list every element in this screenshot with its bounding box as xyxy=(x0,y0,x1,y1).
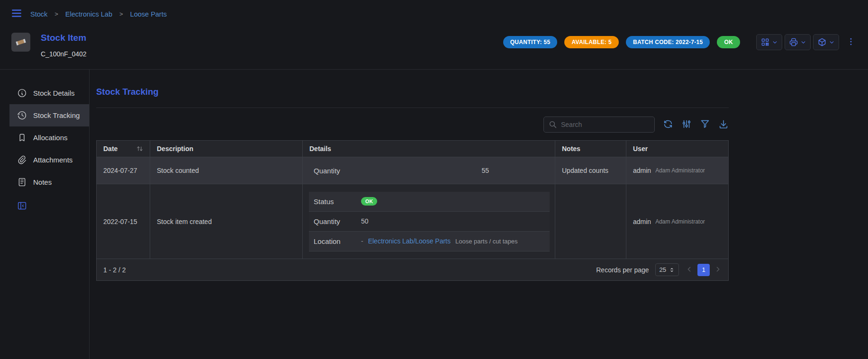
table-row: 2024-07-27 Stock counted Quantity 55 xyxy=(97,157,728,184)
filter-button[interactable] xyxy=(700,119,710,131)
status-ok-badge: OK xyxy=(717,36,740,48)
status-ok-badge: OK xyxy=(361,197,377,206)
barcode-actions-button[interactable] xyxy=(756,34,782,50)
user-fullname: Adam Administrator xyxy=(655,218,705,225)
title-block: Stock Item C_100nF_0402 xyxy=(41,33,87,58)
chevron-down-icon xyxy=(800,39,806,45)
header-actions xyxy=(756,34,857,50)
column-header-description[interactable]: Description xyxy=(150,141,303,157)
breadcrumb: Stock > Electronics Lab > Loose Parts xyxy=(30,10,167,18)
download-button[interactable] xyxy=(718,119,729,131)
sidebar-item-label: Attachments xyxy=(33,156,72,164)
refresh-button[interactable] xyxy=(663,119,673,131)
notes-cell: Updated counts xyxy=(555,157,626,184)
hamburger-menu-button[interactable] xyxy=(10,7,23,21)
records-per-page-select[interactable]: 25 xyxy=(655,263,679,276)
details-cell: Quantity 55 xyxy=(303,157,555,184)
notes-cell xyxy=(555,184,626,259)
qrcode-icon xyxy=(760,37,770,47)
detail-label: Status xyxy=(314,197,361,206)
record-range: 1 - 2 / 2 xyxy=(103,266,126,274)
sidebar-item-label: Allocations xyxy=(33,134,68,142)
paperclip-icon xyxy=(17,155,27,165)
page-header: Stock Item C_100nF_0402 QUANTITY: 55 AVA… xyxy=(0,27,868,69)
sidebar-item-attachments[interactable]: Attachments xyxy=(9,149,89,171)
sidebar: Stock Details Stock Tracking Allocations… xyxy=(0,70,89,359)
table-toolbar xyxy=(96,117,729,133)
stock-tracking-table: Date Description Details Notes xyxy=(96,140,729,281)
next-page-button[interactable] xyxy=(714,265,722,275)
main-panel: Stock Tracking xyxy=(90,70,868,359)
detail-label: Quantity xyxy=(314,167,366,175)
table-settings-button[interactable] xyxy=(681,119,692,131)
dots-vertical-icon xyxy=(846,37,856,46)
details-sub-table: Status OK Quantity 50 Location - xyxy=(309,192,550,251)
location-link[interactable]: Electronics Lab/Loose Parts xyxy=(368,237,451,245)
detail-label: Location xyxy=(314,237,361,245)
username: admin xyxy=(633,167,651,174)
capacitor-image xyxy=(15,36,27,48)
previous-page-button[interactable] xyxy=(685,265,693,275)
sidebar-item-label: Notes xyxy=(33,178,52,186)
page-number-button[interactable]: 1 xyxy=(697,264,710,276)
part-name: C_100nF_0402 xyxy=(41,50,87,58)
records-per-page-label: Records per page xyxy=(596,266,649,274)
selector-icon xyxy=(669,267,675,273)
stock-operations-button[interactable] xyxy=(813,34,839,50)
filter-icon xyxy=(700,119,710,129)
table-footer: 1 - 2 / 2 Records per page 25 xyxy=(97,259,728,280)
panel-heading: Stock Tracking xyxy=(96,87,729,97)
column-header-user[interactable]: User xyxy=(626,141,729,157)
column-header-notes[interactable]: Notes xyxy=(555,141,626,157)
status-badges: QUANTITY: 55 AVAILABLE: 5 BATCH CODE: 20… xyxy=(503,36,740,48)
column-header-date[interactable]: Date xyxy=(97,141,150,157)
user-cell: admin Adam Administrator xyxy=(626,157,729,184)
part-thumbnail[interactable] xyxy=(11,33,30,52)
header-right: QUANTITY: 55 AVAILABLE: 5 BATCH CODE: 20… xyxy=(503,34,857,50)
search-box xyxy=(543,117,655,133)
detail-row-status: Status OK xyxy=(309,192,550,212)
sidebar-item-allocations[interactable]: Allocations xyxy=(9,126,89,149)
sidebar-item-stock-details[interactable]: Stock Details xyxy=(9,82,89,104)
breadcrumb-item-stock[interactable]: Stock xyxy=(30,10,47,18)
cube-icon xyxy=(817,37,827,47)
sidebar-item-stock-tracking[interactable]: Stock Tracking xyxy=(9,104,89,126)
hamburger-icon xyxy=(10,7,23,19)
breadcrumb-item-electronics-lab[interactable]: Electronics Lab xyxy=(65,10,112,18)
sidebar-item-notes[interactable]: Notes xyxy=(9,171,89,193)
breadcrumb-separator: > xyxy=(54,10,58,18)
date-cell: 2022-07-15 xyxy=(97,184,150,259)
chevron-down-icon xyxy=(772,39,778,45)
detail-line: Quantity 55 xyxy=(314,167,555,175)
chevron-down-icon xyxy=(829,39,835,45)
sidebar-item-label: Stock Tracking xyxy=(33,111,80,119)
search-input[interactable] xyxy=(561,121,650,128)
user-fullname: Adam Administrator xyxy=(655,167,705,174)
sidebar-collapse-button[interactable] xyxy=(9,199,89,211)
available-badge: AVAILABLE: 5 xyxy=(564,36,619,48)
location-dash: - xyxy=(361,237,363,245)
column-header-details[interactable]: Details xyxy=(303,141,555,157)
detail-label: Quantity xyxy=(314,217,361,225)
quantity-badge: QUANTITY: 55 xyxy=(503,36,558,48)
user-cell: admin Adam Administrator xyxy=(626,184,729,259)
table-row: 2022-07-15 Stock item created Status OK xyxy=(97,184,728,259)
note-icon xyxy=(17,177,27,187)
app-window: Stock > Electronics Lab > Loose Parts St… xyxy=(0,0,868,359)
location-description: Loose parts / cut tapes xyxy=(455,238,518,245)
detail-row-quantity: Quantity 50 xyxy=(309,212,550,232)
search-icon xyxy=(549,120,557,129)
detail-value: 55 xyxy=(366,167,489,174)
chevron-right-icon xyxy=(714,265,722,273)
footer-right: Records per page 25 xyxy=(596,263,722,276)
details-cell: Status OK Quantity 50 Location - xyxy=(303,184,555,259)
heading-divider xyxy=(96,108,729,108)
more-actions-button[interactable] xyxy=(845,36,857,49)
info-circle-icon xyxy=(17,88,27,98)
sort-icon xyxy=(136,145,143,152)
batch-code-badge: BATCH CODE: 2022-7-15 xyxy=(626,36,710,48)
sidebar-collapse-icon xyxy=(17,201,27,211)
breadcrumb-item-loose-parts[interactable]: Loose Parts xyxy=(130,10,167,18)
sidebar-item-label: Stock Details xyxy=(33,89,75,97)
print-actions-button[interactable] xyxy=(785,34,811,50)
